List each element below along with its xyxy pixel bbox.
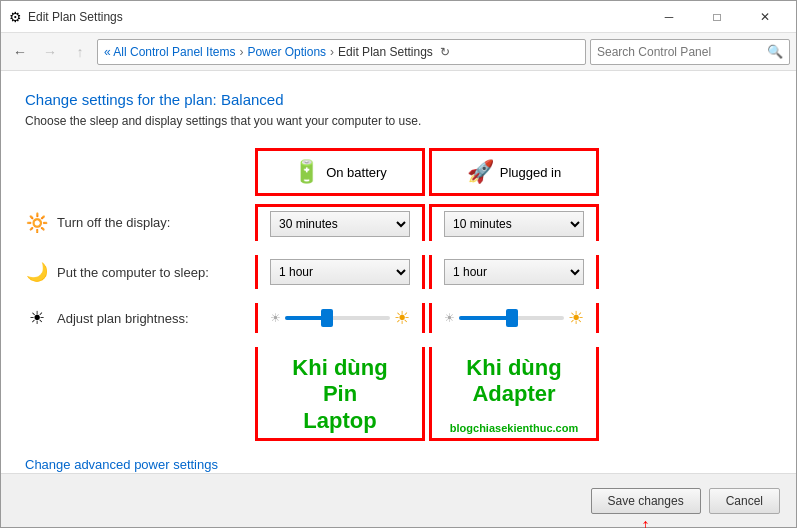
sleep-row: 🌙 Put the computer to sleep: 1 hour 1 mi…: [25, 255, 772, 289]
save-button[interactable]: Save changes: [591, 488, 701, 514]
brightness-plugged-fill: [459, 316, 512, 320]
plugged-overlay-text: Khi dùng Adapter: [432, 347, 596, 412]
turn-off-plugged-select[interactable]: 10 minutes 1 minute 5 minutes 15 minutes…: [444, 211, 584, 237]
sleep-battery-select[interactable]: 1 hour 1 minute 5 minutes 10 minutes 30 …: [270, 259, 410, 285]
minimize-button[interactable]: ─: [646, 2, 692, 32]
sleep-plugged-col: 1 hour 1 minute 5 minutes 10 minutes 30 …: [429, 255, 599, 289]
breadcrumb-all-items[interactable]: « All Control Panel Items: [104, 45, 235, 59]
battery-overlay-line1: Khi dùng: [292, 355, 387, 380]
brightness-plugged-track: [459, 316, 564, 320]
turn-off-icon: 🔆: [25, 212, 49, 234]
breadcrumb-current: Edit Plan Settings: [338, 45, 433, 59]
content-area: Change settings for the plan: Balanced C…: [1, 71, 796, 473]
sleep-icon: 🌙: [25, 261, 49, 283]
links-section: Change advanced power settings Restore d…: [25, 457, 772, 473]
brightness-plugged-col: ☀ ☀: [429, 303, 599, 333]
advanced-settings-link[interactable]: Change advanced power settings: [25, 457, 772, 472]
brightness-sun-small-plugged: ☀: [444, 311, 455, 325]
turn-off-label: Turn off the display:: [57, 215, 170, 230]
sleep-label: Put the computer to sleep:: [57, 265, 209, 280]
battery-label: On battery: [326, 165, 387, 180]
maximize-button[interactable]: □: [694, 2, 740, 32]
watermark: blogchiasekienthuc.com: [432, 422, 596, 434]
arrow-cursor: ↑: [641, 515, 650, 529]
title-bar-left: ⚙ Edit Plan Settings: [9, 9, 123, 25]
turn-off-battery-col: 30 minutes 1 minute 5 minutes 10 minutes…: [255, 204, 425, 241]
brightness-plugged-slider-container: ☀ ☀: [444, 307, 584, 329]
turn-off-display-row: 🔆 Turn off the display: 30 minutes 1 min…: [25, 204, 772, 241]
turn-off-battery-select[interactable]: 30 minutes 1 minute 5 minutes 10 minutes…: [270, 211, 410, 237]
page-subtitle: Choose the sleep and display settings th…: [25, 114, 772, 128]
plugged-overlay-line1: Khi dùng: [466, 355, 561, 380]
battery-overlay-text: Khi dùng Pin Laptop: [258, 347, 422, 438]
battery-icon: 🔋: [293, 159, 320, 185]
brightness-plugged-thumb[interactable]: [506, 309, 518, 327]
search-icon: 🔍: [767, 44, 783, 59]
battery-overlay-box: Khi dùng Pin Laptop: [255, 347, 425, 441]
battery-overlay-line2: Pin: [323, 381, 357, 406]
main-window: ⚙ Edit Plan Settings ─ □ ✕ ← → ↑ « All C…: [0, 0, 797, 528]
search-box[interactable]: 🔍: [590, 39, 790, 65]
brightness-battery-col: ☀ ☀: [255, 303, 425, 333]
sleep-battery-col: 1 hour 1 minute 5 minutes 10 minutes 30 …: [255, 255, 425, 289]
breadcrumb-power-options[interactable]: Power Options: [247, 45, 326, 59]
footer: Save changes ↑ Cancel: [1, 473, 796, 527]
cancel-button[interactable]: Cancel: [709, 488, 780, 514]
sleep-label-area: 🌙 Put the computer to sleep:: [25, 261, 255, 283]
title-bar: ⚙ Edit Plan Settings ─ □ ✕: [1, 1, 796, 33]
brightness-icon: ☀: [25, 307, 49, 329]
brightness-sun-small-battery: ☀: [270, 311, 281, 325]
overlay-area: Khi dùng Pin Laptop Khi dùng Adapter blo…: [255, 347, 772, 441]
turn-off-controls: 30 minutes 1 minute 5 minutes 10 minutes…: [255, 204, 599, 241]
forward-button[interactable]: →: [37, 39, 63, 65]
window-icon: ⚙: [9, 9, 22, 25]
plugged-overlay-line2: Adapter: [472, 381, 555, 406]
sleep-controls: 1 hour 1 minute 5 minutes 10 minutes 30 …: [255, 255, 599, 289]
refresh-button[interactable]: ↻: [435, 42, 455, 62]
brightness-battery-thumb[interactable]: [321, 309, 333, 327]
window-title: Edit Plan Settings: [28, 10, 123, 24]
address-bar: ← → ↑ « All Control Panel Items › Power …: [1, 33, 796, 71]
battery-overlay-line3: Laptop: [303, 408, 376, 433]
brightness-sun-large-plugged: ☀: [568, 307, 584, 329]
brightness-sun-large-battery: ☀: [394, 307, 410, 329]
up-button[interactable]: ↑: [67, 39, 93, 65]
plugged-overlay-box: Khi dùng Adapter blogchiasekienthuc.com: [429, 347, 599, 441]
brightness-battery-slider-container: ☀ ☀: [270, 307, 410, 329]
plugged-label: Plugged in: [500, 165, 561, 180]
turn-off-label-area: 🔆 Turn off the display:: [25, 212, 255, 234]
brightness-label: Adjust plan brightness:: [57, 311, 189, 326]
plugged-column-header: 🚀 Plugged in: [429, 148, 599, 196]
sleep-plugged-select[interactable]: 1 hour 1 minute 5 minutes 10 minutes 30 …: [444, 259, 584, 285]
brightness-label-area: ☀ Adjust plan brightness:: [25, 307, 255, 329]
brightness-controls: ☀ ☀ ☀ ☀: [255, 303, 599, 333]
breadcrumb: « All Control Panel Items › Power Option…: [97, 39, 586, 65]
column-headers-row: 🔋 On battery 🚀 Plugged in: [25, 148, 772, 196]
search-input[interactable]: [597, 45, 767, 59]
back-button[interactable]: ←: [7, 39, 33, 65]
plugged-icon: 🚀: [467, 159, 494, 185]
close-button[interactable]: ✕: [742, 2, 788, 32]
brightness-row: ☀ Adjust plan brightness: ☀ ☀: [25, 303, 772, 333]
battery-column-header: 🔋 On battery: [255, 148, 425, 196]
turn-off-plugged-col: 10 minutes 1 minute 5 minutes 15 minutes…: [429, 204, 599, 241]
brightness-battery-track: [285, 316, 390, 320]
page-title: Change settings for the plan: Balanced: [25, 91, 772, 108]
title-bar-controls: ─ □ ✕: [646, 2, 788, 32]
